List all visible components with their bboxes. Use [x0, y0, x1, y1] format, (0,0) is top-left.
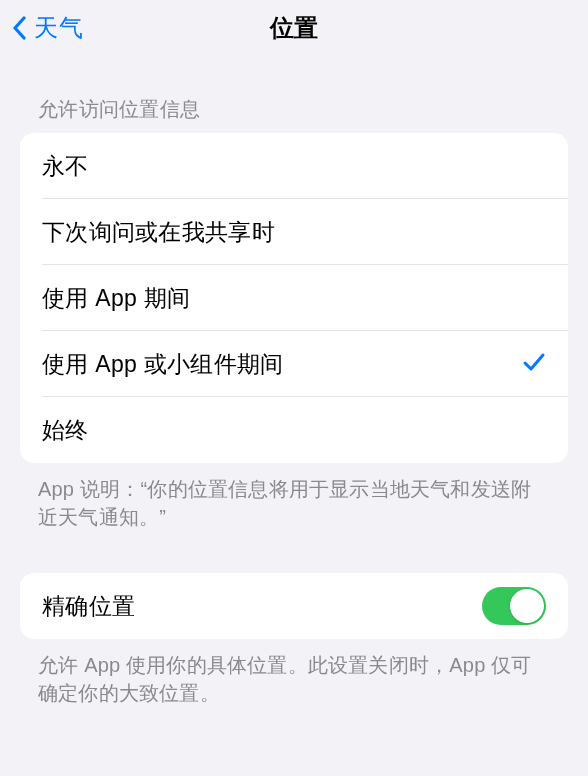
option-while-using-app-or-widgets[interactable]: 使用 App 或小组件期间: [20, 331, 568, 397]
location-access-group: 永不 下次询问或在我共享时 使用 App 期间 使用 App 或小组件期间 始终: [20, 133, 568, 463]
option-never[interactable]: 永不: [20, 133, 568, 199]
option-while-using-app[interactable]: 使用 App 期间: [20, 265, 568, 331]
section-footer-app-explanation: App 说明：“你的位置信息将用于显示当地天气和发送附近天气通知。”: [0, 463, 588, 541]
precise-location-label: 精确位置: [42, 591, 135, 622]
option-label: 使用 App 期间: [42, 283, 190, 314]
page-title: 位置: [270, 12, 318, 44]
back-chevron-icon: [10, 14, 30, 42]
checkmark-icon: [522, 350, 546, 378]
toggle-knob: [510, 589, 544, 623]
precise-location-group: 精确位置: [20, 573, 568, 639]
option-ask-next-time[interactable]: 下次询问或在我共享时: [20, 199, 568, 265]
precise-location-toggle[interactable]: [482, 587, 546, 625]
back-label: 天气: [34, 12, 83, 44]
precise-location-row[interactable]: 精确位置: [20, 573, 568, 639]
nav-bar: 天气 位置: [0, 0, 588, 56]
option-label: 永不: [42, 151, 89, 182]
option-always[interactable]: 始终: [20, 397, 568, 463]
option-label: 下次询问或在我共享时: [42, 217, 275, 248]
section-footer-precise-location: 允许 App 使用你的具体位置。此设置关闭时，App 仅可确定你的大致位置。: [0, 639, 588, 717]
back-button[interactable]: 天气: [0, 12, 83, 44]
section-header-allow-access: 允许访问位置信息: [0, 56, 588, 133]
option-label: 始终: [42, 415, 89, 446]
option-label: 使用 App 或小组件期间: [42, 349, 284, 380]
